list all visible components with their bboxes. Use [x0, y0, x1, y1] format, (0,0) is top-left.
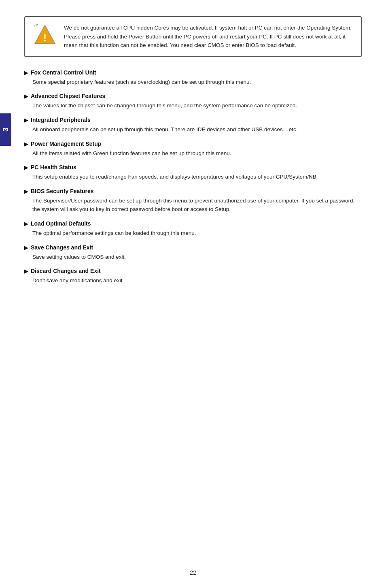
menu-title-row-4: ▶PC Health Status — [24, 164, 362, 170]
caution-icon-container: ! CAUTION — [33, 23, 57, 48]
caution-box: ! CAUTION We do not guarantee all CPU hi… — [24, 16, 362, 57]
menu-arrow-0: ▶ — [24, 70, 28, 76]
menu-arrow-4: ▶ — [24, 164, 28, 170]
menu-title-text-2: Integrated Peripherals — [31, 117, 91, 123]
svg-text:CAUTION: CAUTION — [34, 23, 44, 28]
menu-desc-2: All onboard peripherals can be set up th… — [32, 125, 362, 134]
menu-title-row-0: ▶Fox Central Control Unit — [24, 69, 362, 76]
caution-icon: ! CAUTION — [33, 23, 57, 47]
menu-arrow-5: ▶ — [24, 188, 28, 194]
page-container: 3 ! CAUTION We do not guarantee all CPU … — [0, 0, 386, 588]
menu-title-row-2: ▶Integrated Peripherals — [24, 117, 362, 123]
menu-title-row-7: ▶Save Changes and Exit — [24, 244, 362, 251]
menu-section-5: ▶BIOS Security FeaturesThe Supervisor/Us… — [24, 188, 362, 214]
menu-section-6: ▶Load Optimal DefaultsThe optimal perfor… — [24, 220, 362, 238]
menu-arrow-3: ▶ — [24, 141, 28, 147]
menu-title-text-1: Advanced Chipset Features — [31, 93, 105, 99]
menu-arrow-7: ▶ — [24, 245, 28, 251]
menu-section-7: ▶Save Changes and ExitSave setting value… — [24, 244, 362, 262]
page-number: 22 — [0, 569, 386, 576]
menu-desc-5: The Supervisor/User password can be set … — [32, 196, 362, 214]
menu-title-row-3: ▶Power Management Setup — [24, 141, 362, 147]
menu-desc-6: The optimal performance settings can be … — [32, 229, 362, 238]
menu-section-0: ▶Fox Central Control UnitSome special pr… — [24, 69, 362, 87]
side-tab-label: 3 — [2, 128, 10, 132]
menu-section-4: ▶PC Health StatusThis setup enables you … — [24, 164, 362, 181]
side-tab: 3 — [0, 113, 11, 146]
menu-arrow-6: ▶ — [24, 221, 28, 227]
menu-desc-8: Don't save any modifications and exit. — [32, 276, 362, 285]
menu-section-1: ▶Advanced Chipset FeaturesThe values for… — [24, 93, 362, 110]
menu-section-2: ▶Integrated PeripheralsAll onboard perip… — [24, 117, 362, 134]
menu-arrow-2: ▶ — [24, 117, 28, 123]
menu-title-text-6: Load Optimal Defaults — [31, 220, 91, 227]
menu-title-text-7: Save Changes and Exit — [31, 244, 93, 251]
menu-list: ▶Fox Central Control UnitSome special pr… — [24, 69, 362, 285]
menu-desc-0: Some special proprietary features (such … — [32, 78, 362, 87]
menu-title-row-8: ▶Discard Changes and Exit — [24, 268, 362, 274]
menu-title-row-5: ▶BIOS Security Features — [24, 188, 362, 194]
menu-title-row-1: ▶Advanced Chipset Features — [24, 93, 362, 99]
menu-arrow-8: ▶ — [24, 268, 28, 274]
menu-title-text-4: PC Health Status — [31, 164, 76, 170]
menu-desc-3: All the items related with Green functio… — [32, 149, 362, 158]
menu-title-text-3: Power Management Setup — [31, 141, 101, 147]
menu-title-text-0: Fox Central Control Unit — [31, 69, 96, 76]
svg-text:!: ! — [43, 32, 47, 43]
menu-desc-7: Save setting values to CMOS and exit. — [32, 253, 362, 262]
menu-desc-1: The values for the chipset can be change… — [32, 101, 362, 110]
caution-text: We do not guarantee all CPU hidden Cores… — [64, 23, 353, 50]
menu-title-row-6: ▶Load Optimal Defaults — [24, 220, 362, 227]
menu-arrow-1: ▶ — [24, 93, 28, 99]
menu-title-text-8: Discard Changes and Exit — [31, 268, 101, 274]
menu-section-3: ▶Power Management SetupAll the items rel… — [24, 141, 362, 158]
menu-desc-4: This setup enables you to read/change Fa… — [32, 173, 362, 181]
menu-title-text-5: BIOS Security Features — [31, 188, 94, 194]
main-content: ! CAUTION We do not guarantee all CPU hi… — [0, 0, 386, 316]
menu-section-8: ▶Discard Changes and ExitDon't save any … — [24, 268, 362, 285]
